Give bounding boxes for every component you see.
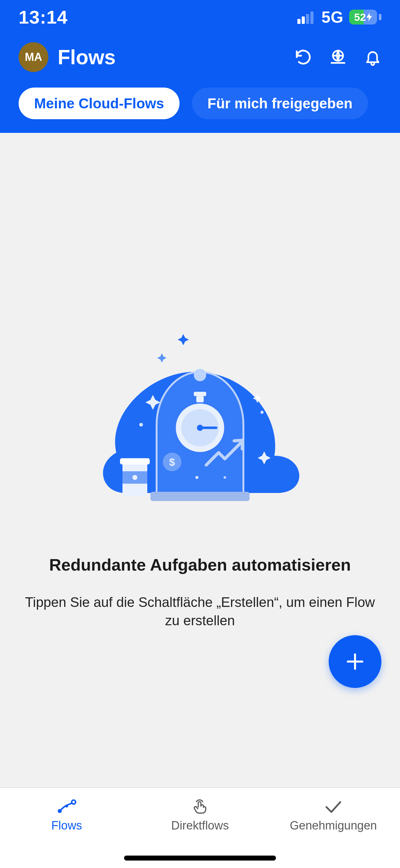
svg-point-8 bbox=[194, 369, 206, 381]
nav-label: Direktflows bbox=[171, 819, 229, 832]
avatar-initials: MA bbox=[25, 51, 42, 64]
status-bar: 13:14 5G 52 bbox=[0, 0, 400, 34]
svg-rect-2 bbox=[306, 14, 309, 24]
nav-label: Genehmigungen bbox=[290, 819, 377, 832]
svg-point-20 bbox=[195, 476, 198, 479]
flows-icon bbox=[57, 799, 76, 814]
network-type-label: 5G bbox=[322, 8, 343, 26]
header-actions bbox=[295, 49, 381, 66]
svg-rect-0 bbox=[297, 19, 300, 24]
svg-rect-18 bbox=[120, 458, 150, 464]
tab-label: Für mich freigegeben bbox=[207, 95, 353, 112]
svg-rect-1 bbox=[302, 17, 305, 24]
main-content: $ Redundante Aufgaben automatisieren Tip… bbox=[0, 133, 400, 787]
bell-icon[interactable] bbox=[364, 49, 381, 66]
battery-indicator: 52 bbox=[349, 10, 381, 25]
battery-percent: 52 bbox=[354, 11, 366, 23]
svg-point-21 bbox=[224, 476, 226, 479]
environment-icon[interactable] bbox=[329, 49, 347, 66]
avatar[interactable]: MA bbox=[19, 42, 48, 72]
tab-label: Meine Cloud-Flows bbox=[34, 95, 164, 112]
svg-text:$: $ bbox=[169, 456, 175, 468]
checkmark-icon bbox=[324, 799, 343, 814]
empty-state-subtitle: Tippen Sie auf die Schaltfläche „Erstell… bbox=[22, 593, 378, 630]
page-title: Flows bbox=[58, 45, 285, 69]
svg-rect-3 bbox=[310, 11, 313, 24]
svg-point-5 bbox=[139, 423, 143, 427]
create-flow-fab[interactable] bbox=[329, 635, 381, 688]
tap-icon bbox=[190, 799, 210, 814]
empty-state-title: Redundante Aufgaben automatisieren bbox=[49, 555, 351, 574]
battery-cap bbox=[379, 14, 381, 20]
tab-shared-with-me[interactable]: Für mich freigegeben bbox=[192, 88, 368, 119]
svg-point-6 bbox=[261, 411, 264, 414]
tab-my-cloud-flows[interactable]: Meine Cloud-Flows bbox=[19, 88, 179, 119]
home-indicator[interactable] bbox=[124, 856, 276, 861]
svg-rect-7 bbox=[151, 492, 249, 501]
nav-item-genehmigungen[interactable]: Genehmigungen bbox=[267, 788, 400, 868]
app-header: MA Flows bbox=[0, 34, 400, 81]
charging-bolt-icon bbox=[367, 13, 372, 22]
battery-text: 52 bbox=[349, 11, 377, 23]
screen: 13:14 5G 52 MA bbox=[0, 0, 400, 868]
refresh-icon[interactable] bbox=[295, 49, 312, 66]
svg-rect-14 bbox=[194, 392, 206, 396]
plus-icon bbox=[344, 651, 366, 673]
battery-body: 52 bbox=[349, 10, 377, 25]
status-time: 13:14 bbox=[19, 6, 68, 28]
nav-item-flows[interactable]: Flows bbox=[0, 788, 133, 868]
empty-state-illustration: $ bbox=[88, 332, 312, 524]
cellular-signal-icon bbox=[297, 10, 316, 24]
svg-point-26 bbox=[65, 805, 68, 808]
nav-label: Flows bbox=[51, 819, 82, 832]
status-right-cluster: 5G 52 bbox=[297, 8, 381, 26]
filter-tabs: Meine Cloud-Flows Für mich freigegeben bbox=[0, 81, 400, 133]
svg-rect-13 bbox=[196, 396, 204, 402]
